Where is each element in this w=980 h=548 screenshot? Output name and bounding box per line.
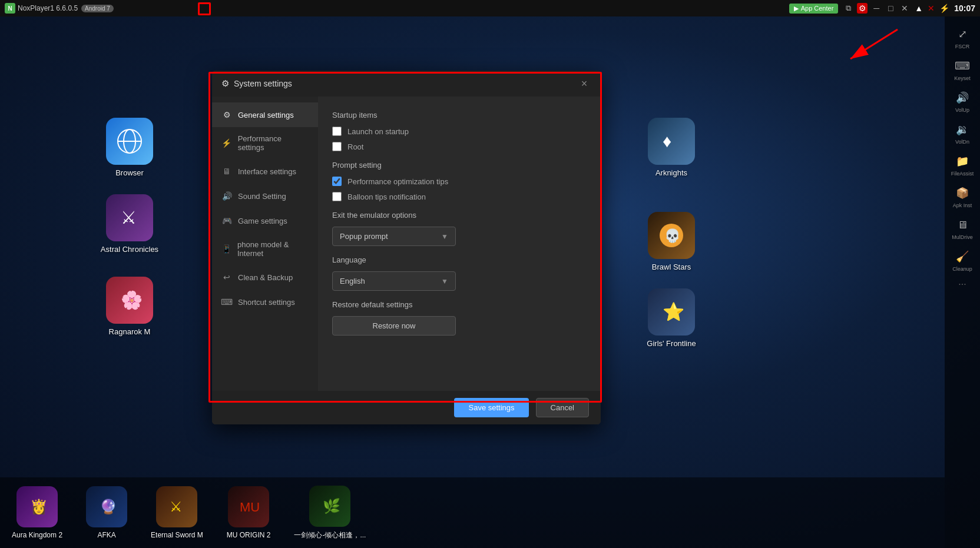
nav-item-sound[interactable]: 🔊 Sound Setting [212,184,318,208]
nav-item-shortcut-label: Shortcut settings [238,298,295,307]
startup-section-title: Startup items [332,111,587,119]
sidebar-tool-cleanup[interactable]: 🧹 Cleanup [945,245,980,275]
app-center-button[interactable]: ▶ App Center [789,4,839,14]
sidebar-more-dots[interactable]: ··· [958,279,966,290]
svg-text:🌸: 🌸 [121,290,143,311]
sidebar-tool-fscr[interactable]: ⤢ FSCR [945,22,980,53]
nav-item-shortcut[interactable]: ⌨ Shortcut settings [212,290,318,314]
launch-on-startup-row: Launch on startup [332,127,587,136]
system-settings-dialog: ⚙ System settings × ⚙ General settings ⚡… [212,71,601,424]
nav-item-interface[interactable]: 🖥 Interface settings [212,159,318,184]
nav-item-performance-label: Performance settings [238,134,309,152]
shortcut-settings-icon: ⌨ [221,297,232,307]
language-dropdown[interactable]: English ▼ [332,271,456,291]
svg-text:⚔: ⚔ [170,499,183,514]
app-center-icon: ▶ [794,5,799,12]
cleanup-label: Cleanup [952,266,972,272]
copy-icon[interactable]: ⧉ [843,3,853,14]
restore-section-title: Restore default settings [332,300,587,309]
nav-item-phone-label: phone model & Internet [237,240,309,258]
nav-item-general[interactable]: ⚙ General settings [212,102,318,127]
dialog-titlebar: ⚙ System settings × [212,71,601,97]
taskbar-left: N NoxPlayer1 6.6.0.5 Android 7 [5,3,114,14]
girls-icon-img: ⭐ [648,288,695,336]
brawl-label: Brawl Stars [652,263,691,271]
nav-item-phone[interactable]: 📱 phone model & Internet [212,233,318,265]
settings-icon-active[interactable]: ⚙ [857,3,868,14]
save-settings-button[interactable]: Save settings [454,398,528,417]
svg-text:🌿: 🌿 [323,497,340,514]
time-display: 10:07 [954,4,975,13]
aura-icon-img: 👸 [16,486,58,527]
exit-section-title: Exit the emulator options [332,211,587,220]
language-section-title: Language [332,255,587,264]
nav-item-clean-label: Clean & Backup [238,273,293,282]
eternal-label: Eternal Sword M [151,531,203,539]
brawl-icon-img: 💀 [648,212,695,259]
launch-on-startup-checkbox[interactable] [332,127,342,136]
sidebar-tool-volup[interactable]: 🔊 VolUp [945,86,980,117]
svg-text:🔮: 🔮 [100,498,117,515]
sidebar-tool-fileassist[interactable]: 📁 FileAssist [945,150,980,180]
sidebar-tool-muldrive[interactable]: 🖥 MulDrive [945,213,980,244]
desktop-icon-astral[interactable]: ⚔ Astral Chronicles [100,194,159,254]
maximize-icon[interactable]: □ [885,3,896,14]
language-dropdown-value: English [340,277,365,285]
nav-item-game[interactable]: 🎮 Game settings [212,208,318,233]
dialog-close-button[interactable]: × [577,77,591,91]
root-label: Root [347,142,363,151]
nav-item-sound-label: Sound Setting [238,192,286,201]
desktop-icon-girls[interactable]: ⭐ Girls' Frontline [642,288,701,348]
nav-item-performance[interactable]: ⚡ Performance settings [212,127,318,159]
desktop-icon-arknights[interactable]: ♦ Arknights [642,118,701,177]
dialog-body: ⚙ General settings ⚡ Performance setting… [212,97,601,391]
balloon-row: Balloon tips notification [332,192,587,201]
annotation-arrow [839,24,909,73]
keyset-label: Keyset [954,75,971,81]
perf-tips-checkbox[interactable] [332,177,342,186]
jian-icon-img: 🌿 [309,486,350,527]
svg-text:👸: 👸 [30,498,48,515]
sidebar-tool-voldn[interactable]: 🔉 VolDn [945,118,980,148]
nav-item-game-label: Game settings [238,217,287,225]
balloon-label: Balloon tips notification [347,192,426,201]
nav-item-interface-label: Interface settings [238,167,296,176]
bottom-game-jian[interactable]: 🌿 一剑倾心-倾心相逢，... [294,486,366,540]
bottom-game-eternal[interactable]: ⚔ Eternal Sword M [151,486,203,539]
arknights-label: Arknights [655,168,687,177]
browser-icon-img [106,118,153,165]
svg-line-10 [850,29,898,59]
mu-label: MU ORIGIN 2 [227,531,271,539]
exit-dropdown[interactable]: Popup prompt ▼ [332,227,456,246]
cleanup-icon: 🧹 [954,248,971,265]
dialog-title-text: System settings [234,79,292,88]
volup-icon: 🔊 [954,89,971,106]
desktop-icon-browser[interactable]: Browser [100,118,159,177]
nox-logo: N NoxPlayer1 6.6.0.5 [5,3,78,14]
wifi-icon: ▲ [915,4,923,13]
bottom-game-aura[interactable]: 👸 Aura Kingdom 2 [12,486,62,539]
android-badge: Android 7 [81,5,114,12]
dialog-nav: ⚙ General settings ⚡ Performance setting… [212,97,318,391]
battery-icon: ⚡ [939,4,949,13]
balloon-checkbox[interactable] [332,192,342,201]
taskbar: N NoxPlayer1 6.6.0.5 Android 7 ▶ App Cen… [0,0,980,16]
perf-tips-row: Performance optimization tips [332,177,587,186]
root-checkbox[interactable] [332,142,342,151]
cancel-button[interactable]: Cancel [536,398,589,417]
sidebar-tool-keyset[interactable]: ⌨ Keyset [945,54,980,85]
minimize-icon[interactable]: ─ [871,3,882,14]
mu-icon-img: MU [228,486,269,527]
afka-label: AFKA [97,531,115,539]
bottom-game-mu[interactable]: MU MU ORIGIN 2 [227,486,271,539]
nav-item-clean[interactable]: ↩ Clean & Backup [212,265,318,290]
close-icon[interactable]: ✕ [899,3,910,14]
restore-now-button[interactable]: Restore now [332,316,456,336]
desktop-icon-ragnarok[interactable]: 🌸 Ragnarok M [100,277,159,336]
desktop-icon-brawl[interactable]: 💀 Brawl Stars [642,212,701,271]
performance-settings-icon: ⚡ [221,138,232,148]
bottom-game-afka[interactable]: 🔮 AFKA [86,486,127,539]
voldn-icon: 🔉 [954,121,971,138]
sidebar-tool-apkinst[interactable]: 📦 Apk Inst [945,181,980,212]
perf-tips-label: Performance optimization tips [347,177,448,186]
